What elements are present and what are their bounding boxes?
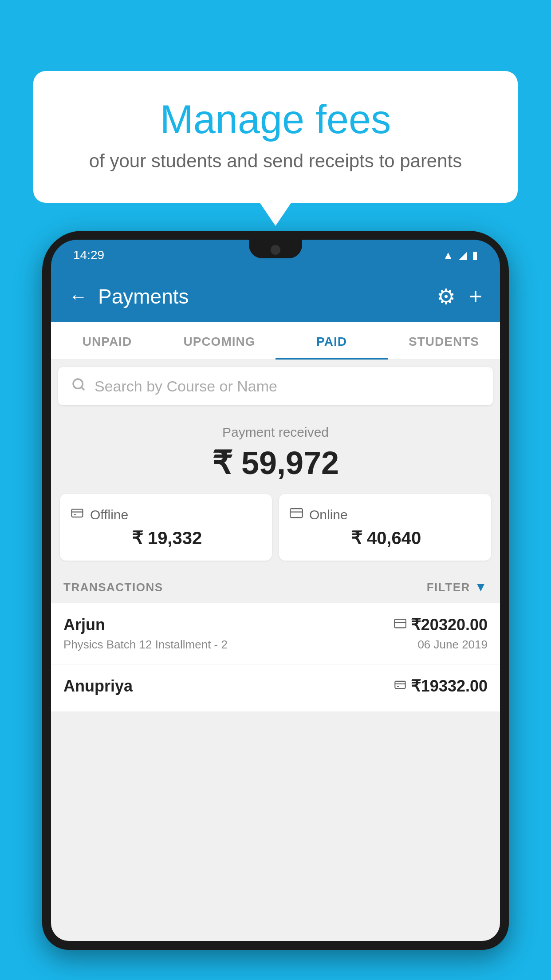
offline-label: Offline	[90, 507, 128, 522]
speech-bubble: Manage fees of your students and send re…	[33, 71, 518, 203]
svg-line-1	[81, 387, 84, 390]
svg-rect-5	[290, 509, 303, 518]
transaction-type-icon-offline	[394, 679, 406, 694]
transaction-top-2: Anupriya ₹19332.00	[63, 677, 488, 695]
wifi-icon: ▲	[443, 249, 453, 261]
online-amount: ₹ 40,640	[290, 528, 480, 548]
svg-rect-7	[394, 619, 406, 628]
payment-cards: Offline ₹ 19,332 Online	[51, 494, 500, 571]
speech-bubble-container: Manage fees of your students and send re…	[33, 71, 518, 203]
svg-rect-2	[72, 509, 83, 517]
notch	[249, 240, 302, 258]
online-card-header: Online	[290, 506, 480, 523]
back-button[interactable]: ←	[69, 286, 87, 307]
phone-container: 14:29 ▲ ◢ ▮ ← Payments ⚙ +	[42, 231, 509, 980]
search-container[interactable]: Search by Course or Name	[58, 367, 493, 405]
transaction-desc: Physics Batch 12 Installment - 2	[63, 638, 228, 652]
app-screen: ← Payments ⚙ + UNPAID UPCOMING PAID STUD…	[51, 271, 500, 941]
transactions-header: TRANSACTIONS FILTER ▼	[51, 571, 500, 603]
online-icon	[290, 506, 303, 523]
status-icons: ▲ ◢ ▮	[443, 249, 478, 261]
bubble-subtitle: of your students and send receipts to pa…	[69, 150, 482, 172]
offline-card: Offline ₹ 19,332	[60, 494, 272, 561]
transaction-name-2: Anupriya	[63, 677, 133, 695]
tab-students[interactable]: STUDENTS	[388, 322, 500, 360]
phone-outer: 14:29 ▲ ◢ ▮ ← Payments ⚙ +	[42, 231, 509, 950]
app-header: ← Payments ⚙ +	[51, 271, 500, 322]
tab-unpaid[interactable]: UNPAID	[51, 322, 163, 360]
payment-received-label: Payment received	[51, 425, 500, 440]
status-time: 14:29	[73, 248, 104, 262]
transaction-row-anupriya[interactable]: Anupriya ₹19332.00	[51, 664, 500, 712]
transaction-amount: ₹20320.00	[411, 616, 488, 634]
search-icon	[71, 377, 86, 395]
filter-label: FILTER	[427, 581, 470, 594]
transaction-type-icon-online	[394, 617, 406, 633]
signal-icon: ◢	[459, 249, 467, 261]
transaction-bottom: Physics Batch 12 Installment - 2 06 June…	[63, 638, 488, 652]
filter-icon: ▼	[475, 580, 488, 594]
filter-button[interactable]: FILTER ▼	[427, 580, 488, 594]
svg-rect-9	[395, 681, 405, 688]
page-title: Payments	[98, 285, 189, 308]
transaction-name: Arjun	[63, 616, 105, 634]
transaction-date: 06 June 2019	[417, 638, 488, 652]
payment-received-section: Payment received ₹ 59,972	[51, 409, 500, 721]
search-placeholder: Search by Course or Name	[94, 378, 277, 395]
tab-paid[interactable]: PAID	[276, 322, 388, 360]
offline-card-header: Offline	[71, 506, 261, 523]
camera	[271, 245, 280, 255]
offline-icon	[71, 506, 84, 523]
battery-icon: ▮	[472, 249, 478, 261]
offline-amount: ₹ 19,332	[71, 528, 261, 548]
transaction-row-arjun[interactable]: Arjun ₹20320.00 Physics	[51, 603, 500, 664]
status-bar: 14:29 ▲ ◢ ▮	[51, 240, 500, 271]
bubble-title: Manage fees	[69, 98, 482, 142]
transaction-top: Arjun ₹20320.00	[63, 616, 488, 634]
header-left: ← Payments	[69, 285, 189, 308]
online-label: Online	[309, 507, 348, 522]
transaction-amount-area-2: ₹19332.00	[394, 677, 488, 695]
tab-upcoming[interactable]: UPCOMING	[163, 322, 276, 360]
online-card: Online ₹ 40,640	[279, 494, 491, 561]
transaction-amount-2: ₹19332.00	[411, 677, 488, 695]
settings-icon[interactable]: ⚙	[437, 284, 456, 309]
payment-total-amount: ₹ 59,972	[51, 444, 500, 482]
transactions-label: TRANSACTIONS	[63, 581, 163, 594]
header-right: ⚙ +	[437, 283, 482, 310]
tabs-bar: UNPAID UPCOMING PAID STUDENTS	[51, 322, 500, 360]
add-button[interactable]: +	[469, 283, 482, 310]
transaction-amount-area: ₹20320.00	[394, 616, 488, 634]
